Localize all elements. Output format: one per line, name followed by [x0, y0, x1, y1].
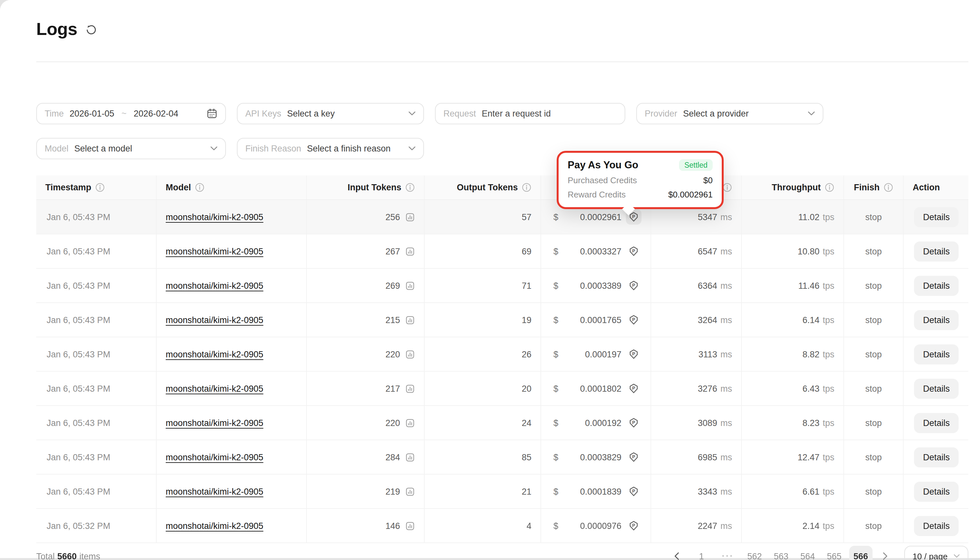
model-link[interactable]: moonshotai/kimi-k2-0905 [166, 246, 263, 256]
reward-credits-icon-button[interactable]: P [626, 449, 641, 465]
chevron-down-icon [408, 146, 416, 151]
reward-credits-icon[interactable]: P [629, 280, 639, 291]
chevron-right-icon [883, 552, 888, 560]
total-items: Total5660items [36, 551, 100, 560]
token-usage-icon[interactable] [405, 383, 415, 393]
page-button-564[interactable]: 564 [796, 546, 819, 560]
currency-symbol: $ [553, 418, 558, 428]
col-label-output_tokens: Output Tokens [457, 183, 518, 192]
reward-credits-row: Reward Credits $0.0002961 [568, 190, 713, 199]
reward-credits-icon-button[interactable]: P [626, 381, 641, 396]
token-usage-icon-wrap [405, 452, 415, 462]
info-icon[interactable] [722, 183, 732, 192]
info-icon[interactable] [95, 183, 105, 192]
details-button[interactable]: Details [914, 241, 959, 261]
page-button-562[interactable]: 562 [743, 546, 766, 560]
page-button-563[interactable]: 563 [770, 546, 793, 560]
info-icon[interactable] [825, 183, 834, 192]
token-usage-icon[interactable] [405, 212, 415, 222]
cell-cost: $0.000197 P [541, 337, 651, 371]
details-button[interactable]: Details [914, 447, 959, 467]
cell-latency: 6547ms [651, 234, 742, 268]
token-usage-icon[interactable] [405, 418, 415, 428]
reward-credits-icon[interactable]: P [629, 452, 639, 462]
details-button[interactable]: Details [914, 378, 959, 398]
details-button[interactable]: Details [914, 275, 959, 295]
purchased-credits-label: Purchased Credits [568, 175, 637, 185]
popover-title: Pay As You Go [568, 159, 638, 171]
details-button[interactable]: Details [914, 310, 959, 330]
reward-credits-icon[interactable]: P [629, 383, 639, 393]
prev-page-button[interactable] [667, 546, 687, 560]
filter-provider[interactable]: Provider Select a provider [636, 103, 824, 124]
cell-throughput: 11.02tps [742, 200, 844, 234]
details-button[interactable]: Details [914, 516, 959, 536]
details-button[interactable]: Details [914, 344, 959, 364]
reward-credits-icon-button[interactable]: P [626, 483, 641, 499]
model-link[interactable]: moonshotai/kimi-k2-0905 [166, 521, 263, 530]
reward-credits-icon[interactable]: P [629, 349, 639, 359]
token-usage-icon[interactable] [405, 452, 415, 462]
filter-time-start[interactable]: 2026-01-05 [70, 109, 114, 118]
col-header-input_tokens: Input Tokens [307, 175, 424, 199]
reward-credits-icon-button[interactable]: P [626, 518, 641, 533]
request-id-input[interactable] [482, 109, 617, 118]
token-usage-icon[interactable] [405, 521, 415, 530]
model-link[interactable]: moonshotai/kimi-k2-0905 [166, 281, 263, 290]
token-usage-icon[interactable] [405, 246, 415, 256]
info-icon[interactable] [883, 183, 893, 192]
model-link[interactable]: moonshotai/kimi-k2-0905 [166, 315, 263, 325]
model-link[interactable]: moonshotai/kimi-k2-0905 [166, 452, 263, 462]
info-icon[interactable] [405, 183, 415, 192]
cell-action: Details [903, 303, 968, 337]
model-link[interactable]: moonshotai/kimi-k2-0905 [166, 418, 263, 428]
refresh-icon[interactable] [86, 23, 97, 35]
svg-text:P: P [632, 488, 635, 493]
reward-credits-icon[interactable]: P [629, 418, 639, 428]
reward-credits-icon[interactable]: P [629, 520, 639, 531]
filter-time[interactable]: Time 2026-01-05 ~ 2026-02-04 [36, 103, 226, 124]
cell-model: moonshotai/kimi-k2-0905 [156, 406, 307, 440]
page-button-565[interactable]: 565 [823, 546, 846, 560]
reward-credits-icon-button[interactable]: P [626, 278, 641, 293]
page-button-566[interactable]: 566 [849, 546, 873, 560]
info-icon[interactable] [522, 183, 531, 192]
reward-credits-icon[interactable]: P [629, 486, 639, 497]
info-icon[interactable] [195, 183, 205, 192]
next-page-button[interactable] [876, 546, 895, 560]
details-button[interactable]: Details [914, 207, 959, 227]
page-button-1[interactable]: 1 [690, 546, 713, 560]
reward-credits-icon[interactable]: P [629, 315, 639, 325]
filter-time-end[interactable]: 2026-02-04 [134, 109, 178, 118]
token-usage-icon[interactable] [405, 349, 415, 359]
token-usage-icon[interactable] [405, 487, 415, 496]
reward-credits-icon-button[interactable]: P [626, 312, 641, 328]
reward-credits-icon-button[interactable]: P [626, 243, 641, 259]
reward-credits-label: Reward Credits [568, 190, 626, 199]
token-usage-icon[interactable] [405, 281, 415, 290]
token-usage-icon[interactable] [405, 315, 415, 325]
reward-credits-icon-button[interactable]: P [626, 347, 641, 362]
purchased-credits-value: $0 [703, 175, 713, 185]
filter-request[interactable]: Request [435, 103, 625, 124]
col-label-model: Model [166, 183, 191, 192]
currency-symbol: $ [553, 246, 558, 256]
filter-model[interactable]: Model Select a model [36, 138, 226, 159]
filter-api-keys[interactable]: API Keys Select a key [237, 103, 424, 124]
cell-output_tokens: 26 [424, 337, 541, 371]
model-link[interactable]: moonshotai/kimi-k2-0905 [166, 349, 263, 359]
filter-finish-reason[interactable]: Finish Reason Select a finish reason [237, 138, 424, 159]
details-button[interactable]: Details [914, 481, 959, 502]
model-link[interactable]: moonshotai/kimi-k2-0905 [166, 487, 263, 496]
calendar-icon[interactable] [206, 108, 218, 119]
model-link[interactable]: moonshotai/kimi-k2-0905 [166, 212, 263, 222]
details-button[interactable]: Details [914, 413, 959, 433]
model-link[interactable]: moonshotai/kimi-k2-0905 [166, 383, 263, 393]
cell-timestamp: Jan 6, 05:43 PM [36, 269, 156, 302]
reward-credits-icon[interactable]: P [629, 246, 639, 257]
page-size-select[interactable]: 10 / page [904, 545, 968, 560]
reward-credits-icon-button[interactable]: P [626, 415, 641, 430]
table-row: Jan 6, 05:43 PMmoonshotai/kimi-k2-090522… [36, 406, 968, 440]
cell-finish: stop [844, 269, 903, 302]
table-row: Jan 6, 05:43 PMmoonshotai/kimi-k2-090522… [36, 337, 968, 372]
